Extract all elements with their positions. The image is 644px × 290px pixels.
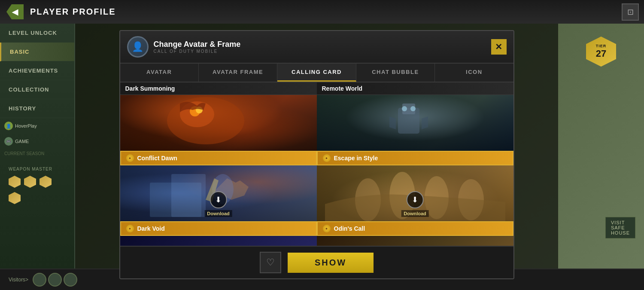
medal-4 (9, 192, 21, 204)
modal-footer: ♡ SHOW (120, 246, 513, 278)
page-title: PLAYER PROFILE (30, 7, 116, 17)
modal-content: Dark Summoning (120, 82, 513, 246)
modal-subtitle: CALL OF DUTY MOBILE (154, 49, 486, 54)
tier-label: TIER (596, 44, 607, 48)
back-button[interactable]: ◀ (6, 4, 24, 19)
card-odins-call[interactable]: ● Odin's Call (317, 221, 513, 246)
card-name-conflict-dawn: Conflict Dawn (137, 155, 177, 162)
modal-title-block: Change Avatar & Frame CALL OF DUTY MOBIL… (154, 40, 486, 54)
sidebar-item-history[interactable]: HISTORY (0, 99, 74, 118)
favorite-icon: ♡ (266, 257, 275, 268)
card-dark-summoning[interactable]: Dark Summoning (120, 82, 317, 151)
visitors-label: Visitors> (9, 277, 28, 283)
card-remote-world[interactable]: Remote World (317, 82, 513, 151)
download-overlay-conflict: ⬇ Download (204, 191, 232, 217)
modal: 👤 Change Avatar & Frame CALL OF DUTY MOB… (119, 30, 514, 279)
svg-rect-9 (171, 174, 206, 217)
card-label-escape-in-style: ● Escape in Style (317, 151, 513, 165)
card-name-dark-summoning: Dark Summoning (125, 85, 175, 92)
favorite-button[interactable]: ♡ (260, 252, 281, 273)
download-text-conflict[interactable]: Download (204, 210, 232, 217)
modal-close-button[interactable]: ✕ (491, 39, 507, 55)
minimize-button[interactable]: ⊡ (622, 3, 639, 21)
card-image-dark-void (120, 236, 317, 246)
card-image-dark-summoning (120, 95, 317, 151)
modal-overlay: 👤 Change Avatar & Frame CALL OF DUTY MOB… (75, 24, 558, 269)
card-escape-in-style[interactable]: ● Escape in Style ⬇ (317, 151, 513, 221)
tab-avatar-frame[interactable]: AVATAR FRAME (199, 64, 277, 82)
svg-point-7 (410, 106, 416, 111)
left-sidebar: LEVEL UNLOCK BASIC ACHIEVEMENTS COLLECTI… (0, 24, 75, 269)
card-label-dark-summoning: Dark Summoning (120, 82, 317, 95)
medal-row (4, 174, 70, 190)
sidebar-item-level-unlock[interactable]: LEVEL UNLOCK (0, 24, 74, 43)
modal-tabs: AVATAR AVATAR FRAME CALLING CARD CHAT BU… (120, 64, 513, 82)
modal-title: Change Avatar & Frame (154, 40, 486, 49)
medal-3 (39, 176, 52, 188)
medal-1 (9, 176, 21, 188)
visitor-avatar-2 (48, 273, 62, 287)
tab-calling-card[interactable]: CALLING CARD (277, 64, 356, 82)
card-name-dark-void: Dark Void (137, 225, 165, 232)
cards-grid: Dark Summoning (120, 82, 513, 246)
weapon-master-label: WEAPON MASTER (4, 165, 70, 174)
card-svg-remote (317, 95, 513, 151)
card-label-remote-world: Remote World (317, 82, 513, 95)
tab-icon[interactable]: ICON (435, 64, 513, 82)
show-button[interactable]: SHOW (288, 253, 374, 273)
game-label-row: 🎮 GAME (0, 134, 74, 149)
card-coin-odins-call: ● (323, 225, 331, 232)
modal-header: 👤 Change Avatar & Frame CALL OF DUTY MOB… (120, 31, 513, 64)
card-coin-dark-void: ● (126, 225, 134, 232)
sidebar-item-collection[interactable]: COLLECTION (0, 80, 74, 99)
card-image-conflict-dawn: ⬇ Download (120, 165, 317, 221)
modal-avatar: 👤 (127, 36, 149, 58)
card-name-odins-call: Odin's Call (334, 225, 365, 232)
svg-point-6 (402, 106, 407, 111)
card-dark-void[interactable]: ● Dark Void (120, 221, 317, 246)
card-conflict-dawn[interactable]: ● Conflict Dawn ⬇ (120, 151, 317, 221)
visitor-avatar-1 (33, 273, 46, 287)
card-image-escape-in-style: ⬇ Download (317, 165, 513, 221)
player-name: HoverPlay (15, 123, 37, 128)
card-label-odins-call: ● Odin's Call (317, 221, 513, 236)
sidebar-item-basic[interactable]: BASIC (0, 43, 74, 61)
game-icon: 🎮 (4, 137, 13, 146)
current-season-label: CURRENT SEASON (0, 149, 74, 158)
tier-badge: TIER 27 (586, 37, 616, 67)
download-overlay-escape: ⬇ Download (401, 191, 429, 217)
medal-row-2 (4, 190, 70, 206)
visitor-avatar-3 (64, 273, 77, 287)
back-arrow-icon: ◀ (12, 7, 18, 17)
tab-chat-bubble[interactable]: CHAT BUBBLE (356, 64, 435, 82)
card-coin-conflict-dawn: ● (126, 154, 134, 162)
card-label-dark-void: ● Dark Void (120, 221, 317, 236)
card-name-escape-in-style: Escape in Style (334, 155, 378, 162)
download-icon-escape[interactable]: ⬇ (407, 191, 424, 208)
download-icon-conflict[interactable]: ⬇ (210, 191, 227, 208)
card-coin-escape-in-style: ● (323, 154, 331, 162)
medal-2 (24, 176, 36, 188)
download-text-escape[interactable]: Download (401, 210, 429, 217)
top-header: ◀ PLAYER PROFILE ⊡ (0, 0, 644, 24)
card-svg-dark (120, 95, 317, 151)
game-label: GAME (15, 139, 29, 144)
player-icon: 👤 (4, 122, 13, 130)
card-image-remote-world (317, 95, 513, 151)
card-image-odins-call (317, 236, 513, 246)
card-label-conflict-dawn: ● Conflict Dawn (120, 151, 317, 165)
sidebar-item-achievements[interactable]: ACHIEVEMENTS (0, 61, 74, 80)
card-name-remote-world: Remote World (322, 85, 363, 92)
tab-avatar[interactable]: AVATAR (120, 64, 199, 82)
player-name-row: 👤 HoverPlay (0, 118, 74, 134)
tier-number: 27 (596, 48, 606, 59)
visit-safehouse-label[interactable]: VISIT SAFE HOUSE (605, 217, 635, 238)
